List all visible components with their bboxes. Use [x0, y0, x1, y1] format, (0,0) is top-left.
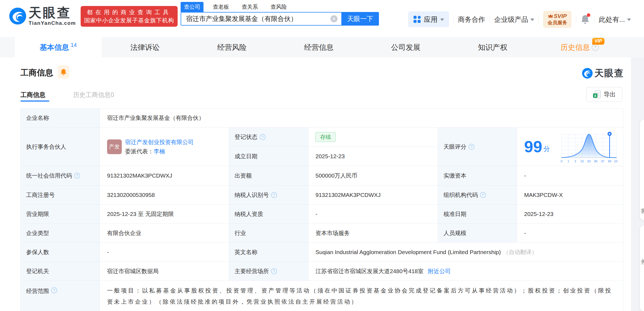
export-label: 导出 — [604, 90, 616, 99]
logo-text: 天眼查 TianYanCha.com — [29, 6, 76, 26]
tab-operating-info[interactable]: 经营信息 — [275, 37, 362, 57]
search-tab-company[interactable]: 查公司 — [181, 2, 203, 12]
value-established-date: 2025-12-23 — [308, 147, 438, 166]
value-capital: 500000万人民币 — [308, 166, 438, 185]
label-business-scope: 经营范围? — [21, 281, 100, 311]
monitor-bell-button[interactable] — [58, 65, 69, 78]
apps-label: 应用 — [424, 15, 438, 24]
tab-intellectual-property[interactable]: 知识产权 — [449, 37, 536, 57]
label-registration-status: 登记状态? — [229, 127, 308, 147]
value-company-type: 有限合伙企业 — [100, 224, 229, 243]
delegate-link[interactable]: 李楠 — [154, 148, 165, 154]
section-title: 工商信息 — [20, 67, 53, 78]
question-icon[interactable]: ? — [74, 173, 80, 179]
question-icon[interactable]: ? — [51, 287, 57, 293]
label-tianyan-score: 天眼评分? — [438, 127, 517, 166]
side-widget-card-top[interactable]: 客 — [640, 120, 644, 220]
question-icon[interactable]: ? — [271, 192, 277, 198]
nav-enterprise-label: 企业级产品 — [494, 15, 528, 24]
label-company-type: 企业类型 — [21, 224, 100, 243]
auto-translate-note: （自动翻译） — [503, 248, 537, 256]
question-icon[interactable]: ? — [592, 44, 599, 51]
search-input[interactable] — [181, 12, 341, 26]
company-tabbar: 基本信息 14 法律诉讼 经营风险 经营信息 公司发展 知识产权 历史信息 ? … — [0, 37, 644, 57]
crown-icon — [548, 14, 553, 18]
notification-bell-button[interactable] — [581, 14, 590, 24]
tab-operating-risk[interactable]: 经营风险 — [189, 37, 275, 57]
search-tab-risk[interactable]: 查风险 — [267, 2, 290, 12]
header-nav: 应用 商务合作 企业级产品 SVIP 会员服务 — [408, 11, 631, 27]
tab-label: 法律诉讼 — [130, 42, 160, 52]
svip-service-label: 会员服务 — [548, 19, 567, 26]
subtab-business-info[interactable]: 工商信息 — [20, 91, 45, 99]
svg-text:97: 97 — [601, 159, 604, 163]
orange-bell-icon — [60, 68, 67, 76]
tab-company-development[interactable]: 公司发展 — [362, 37, 449, 57]
svg-text:0: 0 — [561, 159, 562, 163]
tianyancha-company-page: 天眼查 TianYanCha.com 都在用的商业查询工具 国家中小企业发展子基… — [0, 0, 644, 311]
tab-label: 基本信息 — [40, 42, 69, 52]
search-row: ✕ 天眼一下 — [181, 12, 379, 26]
label-staff-size: 人员规模 — [438, 224, 517, 243]
export-button[interactable]: X 导出 — [586, 87, 622, 102]
divider — [594, 16, 594, 23]
partner-avatar[interactable]: 产发 — [107, 139, 122, 154]
value-taxpayer-qualification: - — [308, 205, 438, 224]
search-tab-relation[interactable]: 查关系 — [238, 2, 261, 12]
tabbar-tabs: 基本信息 14 法律诉讼 经营风险 经营信息 公司发展 知识产权 历史信息 ? … — [15, 37, 623, 57]
label-established-date: 成立日期 — [229, 147, 308, 166]
label-paid-capital: 实缴资本 — [438, 166, 517, 185]
tab-history-info[interactable]: 历史信息 ? VIP — [536, 37, 623, 57]
score-distribution-chart: 0131550859799100 — [560, 130, 618, 164]
value-paid-capital: - — [517, 166, 623, 185]
divider — [453, 16, 454, 23]
tab-legal[interactable]: 法律诉讼 — [102, 37, 189, 57]
search-tabs: 查公司 查老板 查关系 查风险 — [181, 2, 379, 12]
nav-enterprise[interactable]: 企业级产品 — [494, 15, 534, 24]
svg-text:99: 99 — [608, 159, 611, 163]
tab-basic-info[interactable]: 基本信息 14 — [15, 37, 102, 57]
value-industry: 资本市场服务 — [308, 224, 438, 243]
value-main-premises: 江苏省宿迁市宿城区发展大道2480号418室附近公司 — [308, 262, 623, 281]
nearby-companies-link[interactable]: 附近公司 — [428, 267, 451, 275]
question-icon[interactable]: ? — [271, 268, 277, 274]
nav-cooperation[interactable]: 商务合作 — [458, 15, 485, 24]
slogan-line1: 都在用的商业查询工具 — [81, 8, 178, 16]
apps-menu-button[interactable]: 应用 — [408, 11, 449, 27]
svg-text:100: 100 — [614, 159, 618, 163]
site-logo[interactable]: 天眼查 TianYanCha.com — [9, 6, 76, 26]
partner-company-link[interactable]: 宿迁产发创业投资有限公司 — [125, 138, 194, 146]
svg-text:50: 50 — [587, 159, 591, 163]
side-widget-text-fragment: 务 — [641, 258, 644, 266]
notification-dot — [587, 13, 590, 17]
value-registration-number: 321302000530958 — [100, 185, 229, 205]
value-registration-authority: 宿迁市宿城区数据局 — [100, 262, 229, 281]
brand-name: 天眼查 — [29, 6, 76, 20]
label-registration-authority: 登记机关 — [21, 262, 100, 281]
user-menu[interactable]: 此处有... — [599, 15, 631, 24]
label-uscc: 统一社会信用代码? — [21, 166, 100, 185]
label-industry: 行业 — [229, 224, 308, 243]
clear-icon[interactable]: ✕ — [330, 15, 338, 22]
search-tab-boss[interactable]: 查老板 — [209, 2, 232, 12]
question-icon[interactable]: ? — [260, 134, 266, 140]
question-icon[interactable]: ? — [480, 192, 486, 198]
value-executive-partner: 产发 宿迁产发创业投资有限公司 委派代表：李楠 — [100, 127, 229, 166]
svip-member-button[interactable]: SVIP 会员服务 — [543, 11, 572, 28]
search-button[interactable]: 天眼一下 — [341, 12, 379, 26]
svg-text:85: 85 — [594, 159, 597, 163]
label-main-premises: 主要经营场所? — [229, 262, 308, 281]
tab-label: 经营风险 — [217, 42, 247, 52]
label-taxpayer-id: 纳税人识别号? — [229, 185, 308, 205]
score-axis-ticks: 0131550859799100 — [561, 159, 618, 163]
question-icon[interactable]: ? — [469, 144, 475, 150]
value-uscc: 91321302MAK3PCDWXJ — [100, 166, 229, 185]
subtab-history-business-info[interactable]: 历史工商信息0 — [73, 91, 114, 99]
label-insured-count: 参保人数 — [21, 243, 100, 262]
partner-block: 产发 宿迁产发创业投资有限公司 委派代表：李楠 — [107, 138, 194, 155]
svip-label: SVIP — [554, 13, 567, 19]
side-widget-card-bottom[interactable]: 务 — [640, 225, 644, 311]
caret-down-icon — [530, 19, 534, 21]
tab-label: 知识产权 — [478, 42, 508, 52]
label-executive-partner: 执行事务合伙人 — [21, 127, 100, 166]
